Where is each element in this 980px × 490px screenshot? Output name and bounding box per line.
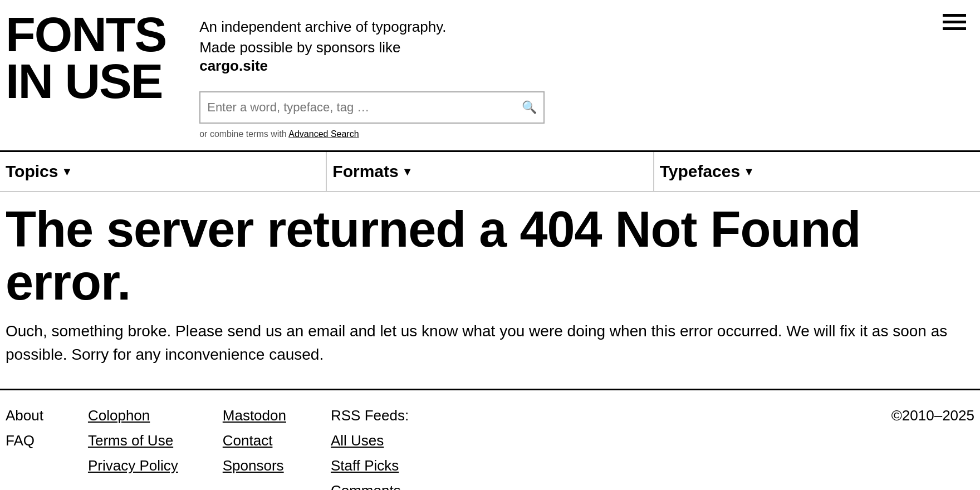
sponsor-link[interactable]: cargo.site (199, 57, 268, 74)
nav-formats-label: Formats (332, 162, 398, 181)
search-icon: 🔍 (522, 100, 537, 115)
hamburger-button[interactable] (940, 11, 969, 33)
search-input[interactable] (207, 100, 522, 115)
search-area: 🔍 or combine terms with Advanced Search (199, 91, 969, 139)
footer-link-sponsors[interactable]: Sponsors (223, 457, 286, 474)
footer-link-all-uses[interactable]: All Uses (331, 432, 409, 449)
nav-formats-arrow: ▼ (402, 165, 413, 178)
error-heading: The server returned a 404 Not Found erro… (6, 203, 974, 308)
footer-link-comments[interactable]: Comments (331, 482, 409, 490)
hamburger-line-2 (943, 21, 966, 23)
nav-topics-label: Topics (6, 162, 58, 181)
footer-link-mastodon[interactable]: Mastodon (223, 407, 286, 424)
footer: About FAQ Colophon Terms of Use Privacy … (0, 390, 980, 490)
nav-item-topics[interactable]: Topics ▼ (0, 152, 327, 191)
footer-copyright: ©2010–2025 (891, 407, 974, 424)
nav-item-typefaces[interactable]: Typefaces ▼ (654, 152, 980, 191)
nav-bar: Topics ▼ Formats ▼ Typefaces ▼ (0, 152, 980, 192)
main-content: The server returned a 404 Not Found erro… (0, 192, 980, 390)
footer-link-staff-picks[interactable]: Staff Picks (331, 457, 409, 474)
rss-feeds-label: RSS Feeds: (331, 407, 409, 424)
tagline-line1: An independent archive of typography. (199, 17, 969, 37)
nav-item-formats[interactable]: Formats ▼ (327, 152, 654, 191)
hamburger-line-1 (943, 14, 966, 17)
footer-link-about[interactable]: About (6, 407, 43, 424)
footer-col-4: RSS Feeds: All Uses Staff Picks Comments… (331, 407, 409, 490)
site-logo[interactable]: FONTS IN USE (6, 11, 166, 104)
tagline-line2: Made possible by sponsors like (199, 39, 969, 56)
search-hint: or combine terms with Advanced Search (199, 129, 969, 139)
site-header: FONTS IN USE An independent archive of t… (0, 0, 980, 152)
footer-link-colophon[interactable]: Colophon (88, 407, 178, 424)
advanced-search-link[interactable]: Advanced Search (288, 129, 359, 139)
hamburger-line-3 (943, 27, 966, 30)
nav-typefaces-arrow: ▼ (743, 165, 754, 178)
nav-typefaces-label: Typefaces (660, 162, 741, 181)
nav-topics-arrow: ▼ (61, 165, 72, 178)
footer-col-1: About FAQ (6, 407, 43, 490)
footer-link-privacy[interactable]: Privacy Policy (88, 457, 178, 474)
error-description: Ouch, something broke. Please send us an… (6, 320, 952, 366)
header-middle: An independent archive of typography. Ma… (199, 11, 969, 139)
footer-col-2: Colophon Terms of Use Privacy Policy (88, 407, 178, 490)
search-box[interactable]: 🔍 (199, 91, 545, 124)
footer-col-3: Mastodon Contact Sponsors (223, 407, 286, 490)
footer-link-terms[interactable]: Terms of Use (88, 432, 178, 449)
footer-link-faq[interactable]: FAQ (6, 432, 43, 449)
footer-link-contact[interactable]: Contact (223, 432, 286, 449)
